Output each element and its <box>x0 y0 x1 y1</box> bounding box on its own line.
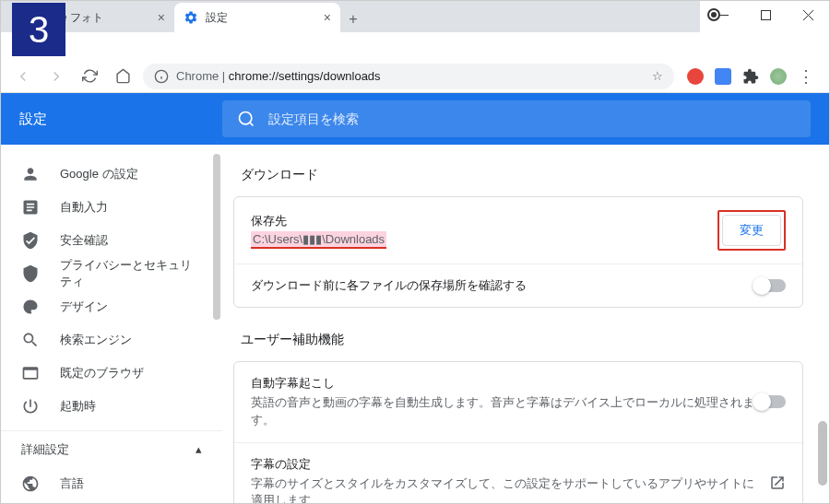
reload-button[interactable] <box>77 64 102 89</box>
record-indicator-icon <box>707 8 720 21</box>
search-input[interactable] <box>268 111 796 126</box>
sidebar-item-safety[interactable]: 安全確認 <box>1 224 222 257</box>
location-label: 保存先 <box>251 213 717 229</box>
row-download-location: 保存先 C:\Users\▮▮▮\Downloads 変更 <box>234 197 802 264</box>
svg-rect-1 <box>761 10 770 19</box>
shield-check-icon <box>21 231 40 250</box>
settings-header: 設定 <box>1 93 829 145</box>
sidebar-item-appearance[interactable]: デザイン <box>1 290 222 323</box>
row-live-caption[interactable]: 自動字幕起こし 英語の音声と動画の字幕を自動生成します。音声と字幕はデバイス上で… <box>234 362 802 442</box>
extension-icons: ⋮ <box>682 66 820 87</box>
person-icon <box>21 165 40 183</box>
extension-icon[interactable] <box>715 68 731 85</box>
sidebar-item-startup[interactable]: 起動時 <box>1 390 222 423</box>
svg-line-8 <box>250 123 254 126</box>
globe-icon <box>21 475 40 493</box>
row-caption-settings[interactable]: 字幕の設定 字幕のサイズとスタイルをカスタマイズして、この設定をサポートしている… <box>234 442 802 505</box>
location-value: C:\Users\▮▮▮\Downloads <box>251 231 386 249</box>
address-bar[interactable]: Chrome | chrome://settings/downloads ☆ <box>143 64 674 89</box>
sidebar-item-search-engine[interactable]: 検索エンジン <box>1 323 222 357</box>
settings-search[interactable] <box>222 100 811 137</box>
url-text: Chrome | chrome://settings/downloads <box>176 69 381 83</box>
downloads-card: 保存先 C:\Users\▮▮▮\Downloads 変更 ダウンロード前に各フ… <box>233 196 803 308</box>
svg-point-7 <box>240 112 252 124</box>
external-link-icon <box>769 475 786 491</box>
toggle-live-caption[interactable] <box>754 395 786 408</box>
tab-settings[interactable]: 設定 × <box>174 3 340 32</box>
close-icon[interactable]: × <box>324 10 331 25</box>
highlight-box: 変更 <box>717 210 786 251</box>
sidebar-item-default-browser[interactable]: 既定のブラウザ <box>1 357 222 390</box>
menu-icon[interactable]: ⋮ <box>798 66 814 87</box>
settings-content: ダウンロード 保存先 C:\Users\▮▮▮\Downloads 変更 ダウン… <box>222 145 829 504</box>
sidebar-item-autofill[interactable]: 自動入力 <box>1 191 222 224</box>
home-button[interactable] <box>110 64 136 89</box>
sidebar-item-privacy[interactable]: プライバシーとセキュリティ <box>1 257 222 290</box>
site-info-icon[interactable] <box>154 69 169 84</box>
search-icon <box>21 331 40 349</box>
maximize-button[interactable] <box>744 1 787 29</box>
browser-toolbar: Chrome | chrome://settings/downloads ☆ ⋮ <box>1 60 829 93</box>
search-icon <box>237 110 255 128</box>
palette-icon <box>21 298 40 316</box>
sidebar-item-downloads[interactable]: ダウンロード <box>1 500 222 504</box>
accessibility-card: 自動字幕起こし 英語の音声と動画の字幕を自動生成します。音声と字幕はデバイス上で… <box>233 361 803 504</box>
row-ask-location[interactable]: ダウンロード前に各ファイルの保存場所を確認する <box>234 264 802 307</box>
sidebar-scrollbar[interactable] <box>213 154 220 320</box>
tab-label: 設定 <box>206 10 228 26</box>
toggle-ask-location[interactable] <box>754 279 786 292</box>
close-icon[interactable]: × <box>158 10 165 25</box>
ask-label: ダウンロード前に各ファイルの保存場所を確認する <box>251 277 527 294</box>
profile-avatar[interactable] <box>770 68 787 85</box>
power-icon <box>21 397 40 416</box>
page-title: 設定 <box>19 111 222 128</box>
bookmark-icon[interactable]: ☆ <box>652 69 663 83</box>
new-tab-button[interactable]: + <box>340 6 366 32</box>
settings-sidebar: Google の設定 自動入力 安全確認 プライバシーとセキュリティ デザイン … <box>1 145 222 504</box>
extension-icon[interactable] <box>687 68 704 85</box>
change-location-button[interactable]: 変更 <box>722 215 781 246</box>
section-title-accessibility: ユーザー補助機能 <box>241 332 803 348</box>
step-badge: 3 <box>12 3 65 56</box>
forward-button[interactable] <box>43 64 69 89</box>
tab-strip: oogle フォト × 設定 × + <box>1 1 700 32</box>
sidebar-item-google[interactable]: Google の設定 <box>1 158 222 191</box>
gear-icon <box>184 10 198 25</box>
browser-icon <box>21 364 40 382</box>
section-title-downloads: ダウンロード <box>241 167 803 183</box>
content-scrollbar[interactable] <box>818 421 827 486</box>
sidebar-group-advanced[interactable]: 詳細設定 ▴ <box>1 430 222 467</box>
autofill-icon <box>21 198 40 217</box>
close-window-button[interactable] <box>787 1 829 29</box>
shield-icon <box>21 264 40 283</box>
sidebar-item-language[interactable]: 言語 <box>1 467 222 500</box>
extensions-icon[interactable] <box>742 68 759 85</box>
back-button[interactable] <box>10 64 36 89</box>
chevron-up-icon: ▴ <box>196 442 202 456</box>
